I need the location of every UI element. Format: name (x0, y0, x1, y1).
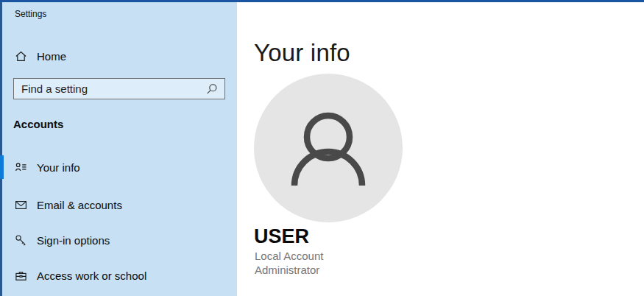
username: USER (254, 225, 309, 248)
key-icon (15, 234, 27, 247)
avatar (254, 74, 403, 222)
account-type: Local Account (255, 249, 323, 263)
page-title: Your info (254, 39, 350, 67)
sidebar-item-label: Your info (37, 161, 80, 174)
sidebar-item-label: Home (37, 50, 66, 63)
sidebar-item-label: Email & accounts (37, 199, 122, 211)
sidebar-item-access-work-school[interactable]: Access work or school (0, 262, 237, 289)
sidebar-item-home[interactable]: Home (0, 43, 237, 69)
selected-item-indicator (0, 155, 4, 179)
window-title: Settings (15, 9, 46, 19)
person-silhouette-icon (254, 74, 403, 222)
email-icon (15, 199, 27, 211)
sidebar-item-sign-in-options[interactable]: Sign-in options (0, 227, 237, 253)
sidebar-item-label: Access work or school (37, 269, 146, 282)
home-icon (15, 50, 27, 63)
search-icon (206, 83, 218, 95)
sidebar-item-your-info[interactable]: Your info (0, 154, 237, 180)
contact-info-icon (15, 161, 27, 174)
settings-window: Settings Home Accounts (0, 0, 644, 296)
account-role: Administrator (255, 263, 323, 277)
search-input[interactable] (14, 79, 206, 99)
briefcase-icon (15, 269, 27, 282)
account-details: Local Account Administrator (255, 249, 323, 277)
sidebar-item-email-accounts[interactable]: Email & accounts (0, 191, 237, 218)
sidebar-item-label: Sign-in options (37, 234, 110, 247)
window-border (0, 2, 2, 296)
content-pane: Your info USER Local Account Administrat… (237, 2, 644, 296)
search-box[interactable] (13, 78, 225, 99)
section-header-accounts: Accounts (13, 118, 63, 130)
sidebar: Settings Home Accounts (0, 2, 237, 296)
